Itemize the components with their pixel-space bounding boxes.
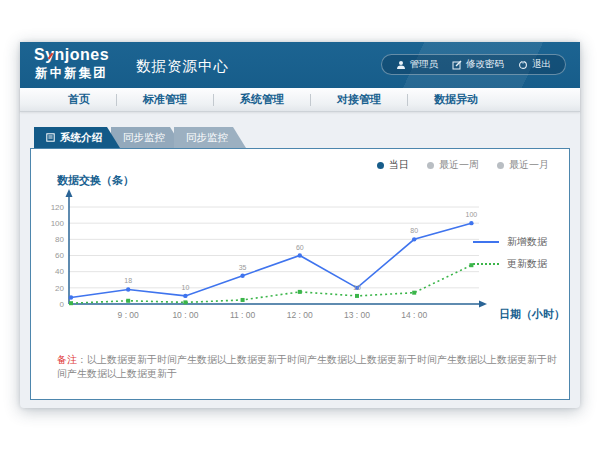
svg-text:12 : 00: 12 : 00 [287,310,313,320]
legend-item-updated-data[interactable]: 更新数据 [473,253,547,275]
range-label: 最近一月 [509,158,549,172]
nav-item-data-change[interactable]: 数据异动 [408,92,504,107]
blue-line-swatch [473,241,499,243]
tab-label: 系统介绍 [60,131,102,145]
change-password-button[interactable]: 修改密码 [452,58,504,71]
tab-system-intro[interactable]: 系统介绍 [34,127,120,148]
svg-text:100: 100 [466,211,478,218]
time-range-selector: 当日 最近一周 最近一月 [377,158,549,172]
edit-icon [452,60,462,70]
svg-text:10: 10 [182,284,190,291]
svg-text:40: 40 [55,267,64,276]
svg-text:18: 18 [124,277,132,284]
footnote-text: ：以上数据更新于时间产生数据以上数据更新于时间产生数据以上数据更新于时间产生数据… [57,354,557,379]
svg-text:120: 120 [51,203,65,212]
tab-label: 同步监控 [123,131,165,145]
legend-label: 更新数据 [507,257,547,271]
footnote-prefix: 备注 [57,354,77,365]
radio-dot-icon [497,162,504,169]
nav-item-home[interactable]: 首页 [42,92,116,107]
radio-dot-icon [377,162,384,169]
range-label: 最近一周 [439,158,479,172]
document-icon [46,132,55,144]
user-toolbar: 管理员 修改密码 退出 [381,54,567,75]
series-legend: 新增数据 更新数据 [473,231,547,275]
green-dotted-swatch [473,263,499,265]
svg-text:80: 80 [55,235,64,244]
svg-text:11 : 00: 11 : 00 [230,310,256,320]
svg-text:10 : 00: 10 : 00 [172,310,198,320]
svg-text:35: 35 [239,264,247,271]
main-nav: 首页 标准管理 系统管理 对接管理 数据异动 [20,88,580,112]
svg-text:9 : 00: 9 : 00 [118,310,140,320]
chart-panel: 当日 最近一周 最近一月 数据交换（条） 0204060801001209 : … [30,148,570,400]
app-header: Synjones 新中新集团 数据资源中心 管理员 修改密码 退出 [20,42,580,88]
tab-label: 同步监控 [186,131,228,145]
content-area: 系统介绍 同步监控 同步监控 当日 最近一周 [20,112,580,408]
svg-text:10: 10 [353,284,361,291]
legend-label: 新增数据 [507,235,547,249]
logout-button[interactable]: 退出 [518,58,551,71]
tab-bar: 系统介绍 同步监控 同步监控 [34,127,246,148]
power-icon [518,60,528,70]
company-logo: Synjones 新中新集团 [34,46,109,82]
range-option-last-week[interactable]: 最近一周 [427,158,479,172]
svg-text:80: 80 [410,227,418,234]
range-option-today[interactable]: 当日 [377,158,409,172]
logout-label: 退出 [532,58,551,71]
user-icon [396,60,406,70]
change-password-label: 修改密码 [466,58,504,71]
footnote: 备注：以上数据更新于时间产生数据以上数据更新于时间产生数据以上数据更新于时间产生… [57,353,557,381]
range-option-last-month[interactable]: 最近一月 [497,158,549,172]
range-label: 当日 [389,158,409,172]
user-name-label: 管理员 [410,58,439,71]
page-title: 数据资源中心 [136,57,229,76]
svg-text:14 : 00: 14 : 00 [401,310,427,320]
svg-text:20: 20 [55,284,64,293]
logo-text-cn: 新中新集团 [34,65,109,82]
radio-dot-icon [427,162,434,169]
current-user[interactable]: 管理员 [396,58,439,71]
svg-text:13 : 00: 13 : 00 [344,310,370,320]
svg-text:60: 60 [55,251,64,260]
svg-text:0: 0 [60,300,65,309]
nav-item-system-mgmt[interactable]: 系统管理 [214,92,310,107]
nav-item-connect-mgmt[interactable]: 对接管理 [311,92,407,107]
nav-item-standard-mgmt[interactable]: 标准管理 [117,92,213,107]
svg-text:100: 100 [51,219,65,228]
legend-item-new-data[interactable]: 新增数据 [473,231,547,253]
tab-sync-monitor-2[interactable]: 同步监控 [174,127,246,148]
x-axis-title: 日期（小时） [499,307,565,322]
app-window: Synjones 新中新集团 数据资源中心 管理员 修改密码 退出 [20,42,580,408]
tab-sync-monitor-1[interactable]: 同步监控 [111,127,183,148]
svg-text:60: 60 [296,244,304,251]
y-axis-title: 数据交换（条） [57,173,134,188]
logo-text-en: Synjones [34,46,109,64]
